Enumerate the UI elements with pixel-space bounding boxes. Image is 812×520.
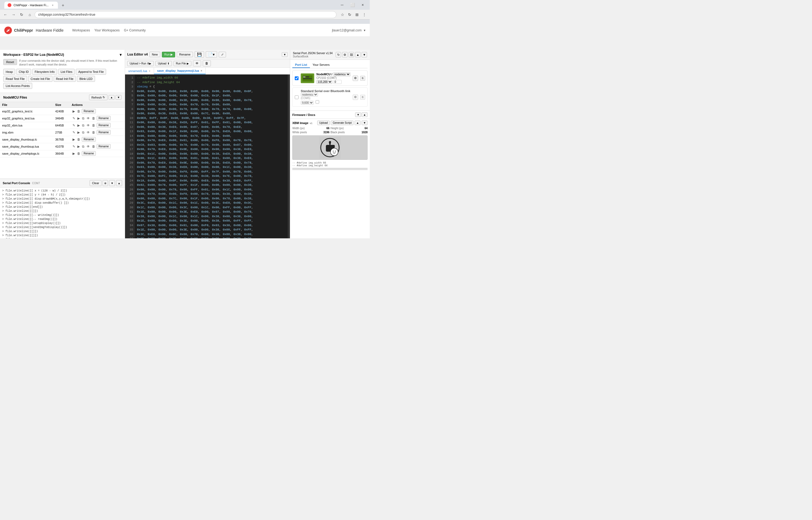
- create-init-btn[interactable]: Create Init File: [28, 76, 53, 82]
- tab-unnamed1-close[interactable]: ×: [149, 70, 150, 73]
- code-editor[interactable]: 1234567891011121314151617181920212223242…: [125, 75, 290, 238]
- forward-btn[interactable]: →: [10, 11, 17, 18]
- edit-file-btn[interactable]: ✎: [72, 116, 76, 121]
- view-file-btn[interactable]: 👁: [86, 116, 91, 121]
- reset-button[interactable]: Reset: [3, 59, 17, 65]
- home-btn[interactable]: ⌂: [27, 11, 33, 18]
- copy-file-btn[interactable]: ⧉: [81, 130, 85, 135]
- delete-file-btn[interactable]: 🗑: [76, 137, 81, 141]
- new-btn[interactable]: New: [149, 52, 160, 57]
- device-sub-baud[interactable]: [333, 80, 342, 84]
- device-firmware-select[interactable]: nodemcu grbl tinyg: [333, 72, 351, 76]
- read-test-btn[interactable]: Read Test File: [3, 76, 27, 82]
- tab-save-display-close[interactable]: ×: [201, 69, 202, 72]
- device-copy-btn[interactable]: ⎘: [360, 76, 365, 81]
- console-up-btn[interactable]: ▲: [116, 180, 122, 186]
- run-file-btn[interactable]: ▶: [72, 109, 76, 113]
- rename-file-btn[interactable]: Rename: [96, 123, 111, 128]
- device-baud-select[interactable]: 115,200 9,600 57,600: [316, 80, 332, 84]
- workspace-dropdown-icon[interactable]: ▾: [120, 53, 121, 57]
- list-files-btn[interactable]: List Files: [58, 69, 75, 75]
- back-btn[interactable]: ←: [2, 11, 9, 18]
- edit-file-btn[interactable]: ✎: [72, 145, 76, 149]
- xbm-upload-btn[interactable]: Upload: [317, 121, 330, 125]
- server-down-btn[interactable]: ▼: [362, 52, 367, 57]
- upload-run-btn[interactable]: Upload > Run ⬆▶: [127, 61, 154, 66]
- upload-btn[interactable]: Upload ⬆: [156, 61, 172, 66]
- user-dropdown-icon[interactable]: ▾: [364, 28, 365, 32]
- minimize-btn[interactable]: ─: [337, 1, 347, 9]
- device-standard-checkbox[interactable]: [295, 95, 299, 99]
- rename-file-btn[interactable]: Rename: [96, 116, 111, 121]
- address-bar[interactable]: chilipeppr.com/esp32?forcerefresh=true: [35, 11, 336, 18]
- new-tab-btn[interactable]: +: [60, 2, 66, 9]
- view-file-btn[interactable]: 👁: [86, 130, 91, 135]
- rename-btn[interactable]: Rename: [177, 52, 193, 57]
- firmware-dropdown-btn[interactable]: ▼: [355, 112, 361, 117]
- view-file-btn[interactable]: 👁: [86, 123, 91, 128]
- edit-file-btn[interactable]: ✎: [72, 130, 76, 135]
- console-filter-btn[interactable]: ⊗: [103, 180, 108, 186]
- run-file-btn[interactable]: ▶: [72, 151, 76, 156]
- filesystem-info-btn[interactable]: Filesystem Info: [32, 69, 57, 75]
- fullscreen-btn[interactable]: ⤢: [219, 52, 226, 57]
- rename-file-btn[interactable]: Rename: [82, 137, 96, 141]
- run-file-btn[interactable]: ▶: [77, 123, 81, 128]
- maximize-btn[interactable]: ⬜: [347, 1, 357, 9]
- close-btn[interactable]: ×: [358, 1, 368, 9]
- copy-file-btn[interactable]: ⧉: [81, 145, 85, 149]
- nav-workspaces[interactable]: Workspaces: [72, 28, 90, 32]
- editor-scrollbar[interactable]: [288, 75, 290, 238]
- standard-firmware-select[interactable]: nodemcu: [301, 93, 318, 97]
- files-up-btn[interactable]: ▲: [109, 95, 114, 100]
- rename-file-btn[interactable]: Rename: [82, 109, 96, 113]
- extensions-btn[interactable]: ⊞: [354, 11, 360, 18]
- save-btn[interactable]: 💾: [195, 51, 204, 58]
- xbm-down-btn[interactable]: ▼: [362, 121, 368, 125]
- browser-tab[interactable]: ChiliPeppr - Hardware Fi... ×: [4, 2, 58, 9]
- chip-id-btn[interactable]: Chip ID: [16, 69, 31, 75]
- tab-save-display[interactable]: save_display_happyemoji.lua ×: [154, 68, 206, 74]
- run-file-btn[interactable]: ▶: [77, 130, 81, 135]
- view-file-btn[interactable]: 👁: [86, 145, 91, 149]
- console-options-btn[interactable]: ▼: [109, 180, 115, 186]
- your-servers-tab[interactable]: Your Servers: [310, 62, 332, 68]
- blink-led-btn[interactable]: Blink LED: [77, 76, 95, 82]
- run-file-btn[interactable]: ▶: [72, 137, 76, 141]
- delete-file-btn[interactable]: 🗑: [76, 109, 81, 113]
- firmware-up-btn[interactable]: ▲: [362, 112, 368, 117]
- file-menu-btn[interactable]: 📄▾: [206, 51, 217, 58]
- standard-baud-select[interactable]: 9,600: [301, 101, 314, 105]
- xbm-generate-btn[interactable]: Generate Script: [331, 121, 354, 125]
- delete-file-btn[interactable]: 🗑: [76, 151, 81, 156]
- settings-btn[interactable]: ⋮: [361, 11, 368, 18]
- reload-btn[interactable]: ↻: [19, 11, 25, 18]
- trash-btn[interactable]: 🗑: [203, 60, 211, 67]
- delete-file-btn[interactable]: 🗑: [91, 116, 96, 121]
- copy-file-btn[interactable]: ⧉: [81, 123, 85, 128]
- heap-btn[interactable]: Heap: [3, 69, 15, 75]
- delete-file-btn[interactable]: 🗑: [91, 123, 96, 128]
- bookmark-btn[interactable]: ☆: [339, 11, 346, 18]
- device-nodemcu-checkbox[interactable]: [295, 76, 299, 80]
- clear-btn[interactable]: Clear: [90, 180, 102, 186]
- list-access-points-btn[interactable]: List Access Points: [3, 83, 32, 89]
- standard-extra-checkbox[interactable]: [316, 100, 319, 104]
- port-list-tab[interactable]: Port List: [292, 62, 310, 68]
- server-up-btn[interactable]: ▲: [355, 52, 361, 57]
- eye-btn[interactable]: 👁: [193, 60, 201, 67]
- read-init-btn[interactable]: Read Init File: [54, 76, 76, 82]
- server-refresh-btn[interactable]: ↻: [336, 52, 341, 57]
- editor-options-btn[interactable]: ▼: [282, 52, 288, 57]
- append-test-btn[interactable]: Append to Test File: [76, 69, 106, 75]
- files-down-btn[interactable]: ▼: [116, 95, 121, 100]
- run-file-btn[interactable]: ▶: [77, 116, 81, 121]
- edit-file-btn[interactable]: ✎: [72, 123, 76, 128]
- xbm-scrollbar[interactable]: [292, 168, 368, 170]
- delete-file-btn[interactable]: 🗑: [91, 130, 96, 135]
- tab-unnamed1-link[interactable]: unnamed1.lua: [128, 69, 147, 73]
- run-file-btn[interactable]: ▶: [77, 145, 81, 149]
- xbm-up-btn[interactable]: ▲: [355, 121, 361, 125]
- standard-copy-btn[interactable]: ⎘: [360, 95, 365, 100]
- code-content[interactable]: -- #define img_width 66-- #define img_he…: [135, 75, 288, 238]
